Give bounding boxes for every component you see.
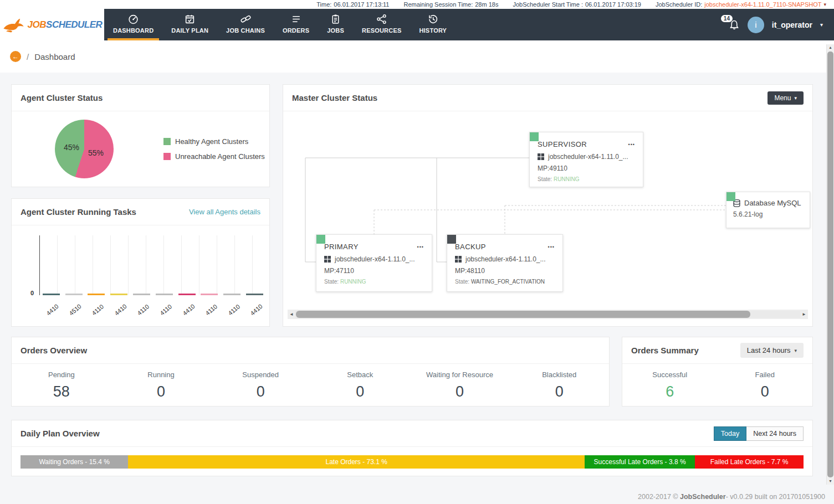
- x-axis-tick: 4410: [249, 303, 264, 317]
- x-axis-tick: 4410: [113, 303, 127, 317]
- nav-item-orders[interactable]: ORDERS: [274, 9, 318, 40]
- x-axis-tick: 4110: [227, 303, 241, 316]
- node-database[interactable]: Database MySQL 5.6.21-log: [726, 192, 810, 228]
- nav-item-history[interactable]: HISTORY: [410, 9, 456, 40]
- nav-label-resources: RESOURCES: [362, 27, 401, 34]
- stat-setback-value: 0: [310, 383, 410, 400]
- logo[interactable]: JOBSCHEDULER: [0, 9, 104, 40]
- agent-cluster-status-header: Agent Cluster Status: [12, 85, 269, 111]
- diagram-horizontal-scrollbar[interactable]: ◄ ►: [288, 310, 808, 319]
- agent-cluster-status-body: 45% 55% Healthy Agent Clusters Unreachab…: [12, 111, 269, 187]
- chain-links-icon: [241, 14, 251, 24]
- x-axis-tick: 4110: [204, 303, 218, 316]
- orders-summary-title: Orders Summary: [631, 346, 699, 355]
- master-menu-button[interactable]: Menu ▾: [768, 91, 804, 105]
- legend-item-unreachable: Unreachable Agent Clusters: [163, 152, 265, 161]
- footer-prefix: 2002-2017 ©: [638, 493, 680, 501]
- start-time-value: 06.01.2017 17:03:19: [585, 1, 641, 8]
- agent-cluster-status-title: Agent Cluster Status: [21, 93, 103, 102]
- scroll-up-arrow-icon[interactable]: ▲: [827, 44, 834, 51]
- time-label: Time:: [316, 1, 331, 8]
- stat-running[interactable]: Running 0: [111, 371, 211, 400]
- window-vertical-scrollbar[interactable]: ▲ ▼: [826, 44, 834, 485]
- scheduler-id-caret-icon[interactable]: ▾: [823, 2, 826, 7]
- orders-overview-title: Orders Overview: [21, 346, 87, 355]
- stat-suspended-value: 0: [211, 383, 310, 400]
- stat-waiting-for-resource[interactable]: Waiting for Resource 0: [410, 371, 510, 400]
- page-title: Dashboard: [34, 52, 75, 61]
- node-primary[interactable]: PRIMARY ••• jobscheduler-x64-1.11.0_... …: [316, 234, 432, 292]
- segment-successful-late-orders[interactable]: Successful Late Orders - 3.8 %: [585, 455, 695, 469]
- footer-suffix: - v0.0.29 built on 201701051900: [726, 493, 825, 501]
- bar: [133, 294, 150, 295]
- user-avatar[interactable]: i: [748, 17, 764, 33]
- time-group: Time: 06.01.2017 17:13:11: [316, 1, 389, 8]
- stat-pending-value: 58: [12, 383, 111, 400]
- stat-blacklisted-label: Blacklisted: [509, 371, 609, 379]
- breadcrumb: ← / Dashboard: [0, 40, 834, 73]
- legend-label-unreachable: Unreachable Agent Clusters: [175, 152, 265, 161]
- node-primary-state-label: State:: [324, 279, 339, 285]
- brand-text: JOBSCHEDULER: [28, 19, 103, 30]
- start-time-label: JobScheduler Start Time :: [513, 1, 583, 8]
- scroll-right-arrow-icon[interactable]: ►: [800, 312, 808, 317]
- scrollbar-thumb[interactable]: [296, 311, 750, 318]
- master-cluster-status-panel: Master Cluster Status Menu ▾ SUPERVISOR: [283, 84, 813, 327]
- stat-failed-label: Failed: [718, 371, 813, 379]
- summary-range-label: Last 24 hours: [747, 346, 791, 354]
- node-supervisor[interactable]: SUPERVISOR ••• jobscheduler-x64-1.11.0_.…: [529, 132, 643, 187]
- summary-range-button[interactable]: Last 24 hours ▾: [740, 343, 804, 358]
- dashboard-gauge-icon: [128, 14, 139, 24]
- scrollbar-track[interactable]: [295, 311, 800, 318]
- scroll-left-arrow-icon[interactable]: ◄: [288, 312, 295, 317]
- notifications-count-badge[interactable]: 14: [721, 15, 733, 22]
- segment-failed-late-orders[interactable]: Failed Late Orders - 7.7 %: [695, 455, 804, 469]
- orders-overview-panel: Orders Overview Pending 58 Running 0 Sus…: [11, 337, 610, 407]
- nav-item-dashboard[interactable]: DASHBOARD: [104, 9, 162, 40]
- stat-suspended[interactable]: Suspended 0: [211, 371, 310, 400]
- scheduler-id-value[interactable]: jobscheduler-x64-1.11.0_7110-SNAPSHOT: [704, 1, 821, 8]
- running-tasks-panel: Agent Cluster Running Tasks View all Age…: [11, 198, 270, 327]
- windows-os-icon: [455, 256, 462, 263]
- next-24-hours-button[interactable]: Next 24 hours: [746, 426, 804, 441]
- stat-waiting-value: 0: [410, 383, 510, 400]
- node-primary-ellipsis-icon[interactable]: •••: [417, 244, 424, 250]
- today-button[interactable]: Today: [714, 426, 746, 441]
- stat-setback[interactable]: Setback 0: [310, 371, 410, 400]
- segment-late-orders-label: Late Orders - 73.1 %: [325, 458, 387, 466]
- node-database-status-square: [726, 192, 735, 201]
- master-cluster-status-title: Master Cluster Status: [292, 93, 377, 102]
- node-backup-ellipsis-icon[interactable]: •••: [548, 244, 555, 250]
- nav-item-job-chains[interactable]: JOB CHAINS: [217, 9, 274, 40]
- notifications-bell-icon[interactable]: 14: [729, 19, 740, 30]
- bar: [223, 294, 241, 295]
- node-supervisor-ellipsis-icon[interactable]: •••: [628, 142, 635, 147]
- stat-blacklisted[interactable]: Blacklisted 0: [509, 371, 609, 400]
- node-supervisor-status-square: [530, 132, 539, 141]
- node-backup[interactable]: BACKUP ••• jobscheduler-x64-1.11.0_... M…: [447, 234, 563, 292]
- back-button[interactable]: ←: [10, 51, 21, 62]
- bar: [246, 294, 263, 295]
- node-backup-title: BACKUP: [455, 243, 486, 251]
- bar: [201, 294, 218, 295]
- jobscheduler-hare-icon: [2, 17, 25, 33]
- segment-late-orders[interactable]: Late Orders - 73.1 %: [128, 455, 584, 469]
- vertical-scrollbar-thumb[interactable]: [827, 52, 833, 477]
- user-menu-caret-icon[interactable]: ▾: [820, 22, 823, 28]
- view-all-agents-link[interactable]: View all Agents details: [189, 208, 260, 216]
- nav-item-daily-plan[interactable]: DAILY PLAN: [162, 9, 217, 40]
- stat-failed[interactable]: Failed 0: [718, 371, 813, 400]
- scroll-down-arrow-icon[interactable]: ▼: [827, 478, 834, 485]
- user-name[interactable]: it_operator: [772, 20, 812, 29]
- legend-swatch-unreachable: [163, 153, 171, 160]
- nav-item-jobs[interactable]: JOBS: [318, 9, 353, 40]
- nav-item-resources[interactable]: RESOURCES: [353, 9, 410, 40]
- windows-os-icon: [538, 153, 544, 160]
- stat-successful[interactable]: Successful 6: [622, 371, 718, 400]
- stat-successful-value: 6: [622, 383, 718, 400]
- x-axis-tick: 4410: [45, 303, 60, 317]
- segment-waiting-orders[interactable]: Waiting Orders - 15.4 %: [21, 455, 128, 469]
- running-tasks-header: Agent Cluster Running Tasks View all Age…: [12, 199, 269, 225]
- stat-pending[interactable]: Pending 58: [12, 371, 111, 400]
- agent-cluster-status-panel: Agent Cluster Status 45% 55% Healthy Age…: [11, 84, 270, 187]
